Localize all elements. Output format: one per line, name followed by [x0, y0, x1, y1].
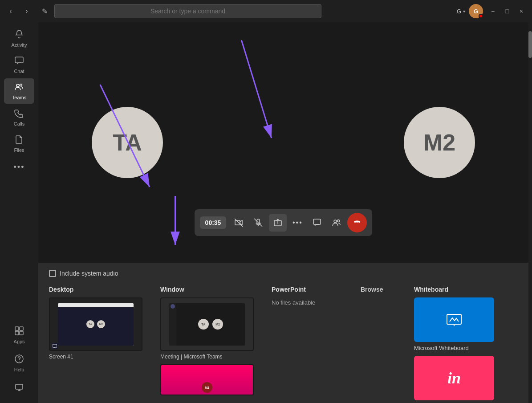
compose-button[interactable]: ✎ [38, 5, 51, 17]
mini-screen: TA M2 [58, 303, 134, 346]
mini-teams: TA M2 [169, 303, 245, 346]
window-thumbnails: TA M2 Meeting | Microsoft Teams [160, 297, 254, 360]
powerpoint-section: PowerPoint No files available [272, 286, 343, 403]
back-button[interactable]: ‹ [4, 5, 17, 17]
partial-thumbnail[interactable]: M2 [160, 364, 254, 395]
mini-teams-sidebar [169, 303, 176, 346]
powerpoint-title: PowerPoint [272, 286, 343, 293]
mini-av-ta: TA [198, 319, 209, 330]
sidebar-item-chat[interactable]: Chat [4, 52, 34, 77]
sidebar-bottom: Apps Help [4, 322, 34, 403]
browse-link[interactable]: Browse [361, 286, 396, 293]
svg-rect-16 [313, 219, 321, 224]
window-controls: − □ × [487, 5, 528, 17]
sidebar-item-apps[interactable]: Apps [4, 322, 34, 348]
mini-teams-content: TA M2 [176, 303, 245, 346]
sidebar: Activity Chat Teams [0, 22, 38, 403]
svg-rect-4 [20, 327, 23, 330]
right-scrollbar[interactable] [528, 22, 532, 403]
more-options-button[interactable]: ••• [288, 214, 306, 232]
system-audio-row: Include system audio [49, 270, 518, 277]
svg-rect-19 [53, 344, 57, 347]
system-audio-checkbox[interactable] [49, 270, 56, 277]
mute-button[interactable] [249, 214, 267, 232]
help-icon [14, 354, 24, 365]
share-content-button[interactable] [269, 214, 287, 232]
teams-window-preview: TA M2 [161, 298, 253, 350]
whiteboard-tiles: Microsoft Whiteboard in InVision [414, 297, 503, 403]
participants: TA M2 [38, 107, 528, 178]
sidebar-item-calls[interactable]: Calls [4, 105, 34, 130]
share-sections: Desktop TA M2 [49, 286, 518, 403]
sidebar-item-activity-label: Activity [12, 42, 27, 48]
sidebar-item-apps-label: Apps [13, 339, 24, 344]
svg-rect-0 [15, 57, 23, 63]
apps-icon [14, 326, 24, 337]
files-icon [14, 134, 24, 146]
participant-avatar-ta: TA [92, 107, 163, 178]
participants-button[interactable] [328, 214, 345, 232]
mini-avatars: TA M2 [198, 319, 223, 330]
notification-badge [479, 14, 483, 18]
maximize-button[interactable]: □ [501, 5, 513, 17]
search-input[interactable] [54, 4, 321, 18]
more-icon: ••• [14, 163, 25, 172]
chat-button[interactable] [308, 214, 326, 232]
minimize-button[interactable]: − [487, 5, 499, 17]
desktop-thumbnails: TA M2 [49, 297, 142, 360]
whiteboard-title: Whiteboard [414, 286, 503, 293]
svg-point-17 [334, 220, 337, 223]
sidebar-item-help-label: Help [14, 367, 24, 372]
invision-tile[interactable]: in [414, 356, 494, 400]
content-area: TA M2 00:35 [38, 22, 528, 403]
avatar-badge[interactable]: G [469, 4, 483, 18]
sidebar-item-calls-label: Calls [14, 121, 24, 126]
sidebar-item-device[interactable] [4, 379, 34, 397]
whiteboard-tile-container: Microsoft Whiteboard [414, 297, 503, 351]
call-timer: 00:35 [200, 216, 227, 229]
call-controls: 00:35 [195, 209, 373, 236]
sidebar-item-teams[interactable]: Teams [4, 78, 34, 104]
video-toggle-button[interactable] [230, 214, 248, 232]
mini-av-m2-2: M2 [202, 382, 212, 393]
sidebar-item-teams-label: Teams [12, 95, 26, 100]
invision-icon: in [447, 369, 461, 387]
more-options-icon: ••• [292, 219, 303, 227]
system-audio-label: Include system audio [60, 270, 118, 277]
window-section: Window TA [160, 286, 254, 403]
sidebar-item-help[interactable]: Help [4, 350, 34, 376]
chat-icon [14, 56, 24, 67]
svg-point-8 [19, 361, 20, 362]
sidebar-item-files-label: Files [14, 147, 24, 153]
device-icon [14, 382, 24, 393]
close-button[interactable]: × [515, 5, 528, 17]
invision-tile-container: in InVision [414, 356, 503, 403]
scrollbar-thumb [528, 31, 532, 58]
svg-point-18 [337, 220, 340, 222]
svg-point-1 [16, 84, 19, 87]
screen1-label: Screen #1 [49, 354, 142, 360]
teams-window-thumbnail[interactable]: TA M2 [160, 297, 254, 351]
desktop-title: Desktop [49, 286, 142, 293]
svg-point-2 [20, 84, 22, 86]
desktop-section: Desktop TA M2 [49, 286, 142, 403]
forward-button[interactable]: › [20, 5, 33, 17]
activity-icon [14, 29, 24, 41]
partial-preview: M2 [161, 365, 253, 395]
browse-section: Browse [361, 286, 396, 403]
sidebar-item-more[interactable]: ••• [4, 159, 34, 175]
svg-line-12 [235, 219, 243, 227]
mini-taskbar [58, 341, 134, 346]
title-bar: ‹ › ✎ G ▾ G − □ × [0, 0, 532, 22]
whiteboard-section: Whiteboard Microsoft W [414, 286, 503, 403]
screen-icon [52, 343, 58, 349]
teams-icon [14, 82, 24, 93]
end-call-button[interactable] [347, 213, 367, 232]
microsoft-whiteboard-tile[interactable] [414, 297, 494, 342]
sidebar-item-files[interactable]: Files [4, 131, 34, 156]
teams-window-label: Meeting | Microsoft Teams [160, 354, 254, 360]
screen1-thumbnail[interactable]: TA M2 [49, 297, 142, 351]
sidebar-item-activity[interactable]: Activity [4, 26, 34, 51]
title-right: G ▾ G − □ × [457, 4, 528, 18]
participant-avatar-m2: M2 [404, 107, 475, 178]
